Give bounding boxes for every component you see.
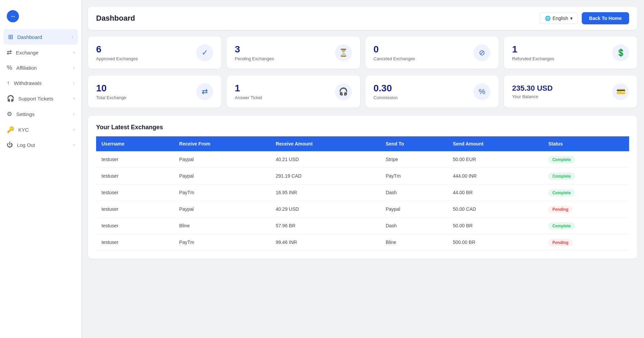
stat-number-r2-0: 10 — [96, 83, 126, 94]
lang-label: English — [553, 16, 568, 21]
cell-r0-c3: Stripe — [380, 151, 447, 168]
table-section: Your Latest Exchanges UsernameReceive Fr… — [88, 116, 637, 259]
nav-label-dashboard: ⊞ Dashboard — [8, 33, 42, 41]
nav-text-settings: Settings — [16, 111, 35, 117]
status-badge: Pending — [548, 239, 572, 246]
sidebar: ↔ ⊞ Dashboard › ⇄ Exchange › % Affiliati… — [0, 0, 81, 338]
table-body: testuserPaypal40.21 USDStripe50.00 EURCo… — [96, 151, 629, 251]
cell-r1-c2: 291.19 CAD — [270, 168, 380, 184]
chevron-support-tickets: › — [73, 96, 74, 101]
chevron-withdrawals: › — [73, 81, 74, 86]
cell-r1-c4: 444.00 INR — [447, 168, 543, 184]
stat-number-3: 1 — [512, 44, 554, 55]
cell-r4-c4: 50.00 BR — [447, 218, 543, 234]
status-cell-r1: Complete — [543, 168, 629, 184]
stat-card-r2-1: 1 Answer Ticket 🎧 — [227, 75, 360, 108]
page-title: Dashboard — [96, 14, 135, 23]
stat-number-r2-3: 235.30 USD — [512, 84, 553, 93]
nav-text-exchange: Exchange — [16, 50, 39, 55]
stat-card-r2-0: 10 Total Exchange ⇄ — [88, 75, 221, 108]
cell-r2-c0: testuser — [96, 184, 174, 201]
stat-card-1: 3 Pending Exchanges ⏳ — [227, 37, 360, 69]
cell-r4-c0: testuser — [96, 218, 174, 234]
nav-label-withdrawals: ↑ Withdrawals — [7, 80, 42, 87]
cell-r0-c4: 50.00 EUR — [447, 151, 543, 168]
chevron-kyc: › — [73, 127, 74, 132]
table-row: testuserPaypal40.21 USDStripe50.00 EURCo… — [96, 151, 629, 168]
cell-r2-c3: Dash — [380, 184, 447, 201]
stat-left-2: 0 Canceled Exchanges — [374, 44, 415, 61]
header-right: 🌐 English ▾ Back To Home — [540, 12, 629, 24]
back-to-home-button[interactable]: Back To Home — [582, 12, 629, 24]
status-badge: Complete — [548, 156, 575, 163]
sidebar-item-support-tickets[interactable]: 🎧 Support Tickets › — [0, 91, 81, 106]
stat-number-1: 3 — [235, 44, 274, 55]
sidebar-item-affiliation[interactable]: % Affiliation › — [0, 60, 81, 75]
cell-r5-c4: 500.00 BR — [447, 234, 543, 251]
stat-card-3: 1 Refunded Exchanges 💲 — [504, 37, 637, 69]
kyc-icon: 🔑 — [7, 126, 14, 133]
cell-r3-c4: 50.00 CAD — [447, 201, 543, 218]
main-content: Dashboard 🌐 English ▾ Back To Home 6 App… — [81, 0, 644, 338]
status-cell-r4: Complete — [543, 218, 629, 234]
sidebar-item-settings[interactable]: ⚙ Settings › — [0, 106, 81, 122]
sidebar-item-logout[interactable]: ⏻ Log Out › — [0, 137, 81, 153]
stat-left-0: 6 Approved Exchanges — [96, 44, 138, 61]
cell-r3-c1: Paypal — [174, 201, 270, 218]
col-header-username: Username — [96, 136, 174, 151]
sidebar-nav: ⊞ Dashboard › ⇄ Exchange › % Affiliation… — [0, 29, 81, 153]
nav-text-dashboard: Dashboard — [17, 34, 42, 40]
sidebar-item-exchange[interactable]: ⇄ Exchange › — [0, 45, 81, 60]
status-badge: Complete — [548, 222, 575, 230]
nav-text-logout: Log Out — [17, 142, 35, 148]
nav-text-support-tickets: Support Tickets — [18, 96, 53, 102]
withdrawals-icon: ↑ — [7, 80, 10, 87]
col-header-send-to: Send To — [380, 136, 447, 151]
cell-r1-c1: Paypal — [174, 168, 270, 184]
stats-row-2: 10 Total Exchange ⇄ 1 Answer Ticket 🎧 0.… — [88, 75, 637, 108]
table-row: testuserPayTm16.95 INRDash44.00 BRComple… — [96, 184, 629, 201]
dashboard-icon: ⊞ — [8, 33, 13, 41]
nav-label-settings: ⚙ Settings — [7, 110, 35, 118]
nav-label-logout: ⏻ Log Out — [7, 141, 35, 149]
table-row: testuserPayTm99.46 INRBline500.00 BRPend… — [96, 234, 629, 251]
affiliation-icon: % — [7, 64, 12, 71]
nav-text-kyc: KYC — [18, 127, 29, 133]
header: Dashboard 🌐 English ▾ Back To Home — [88, 7, 637, 30]
chevron-down-icon: ▾ — [570, 16, 573, 21]
stat-label-r2-0: Total Exchange — [96, 95, 126, 100]
col-header-status: Status — [543, 136, 629, 151]
cell-r5-c3: Bline — [380, 234, 447, 251]
chevron-affiliation: › — [73, 66, 74, 70]
chevron-logout: › — [73, 143, 74, 148]
cell-r1-c0: testuser — [96, 168, 174, 184]
exchange-icon: ⇄ — [7, 49, 12, 56]
sidebar-item-kyc[interactable]: 🔑 KYC › — [0, 122, 81, 137]
stat-label-r2-1: Answer Ticket — [235, 95, 262, 100]
status-badge: Complete — [548, 173, 575, 180]
stats-row-1: 6 Approved Exchanges ✓ 3 Pending Exchang… — [88, 37, 637, 69]
chevron-settings: › — [73, 112, 74, 116]
cell-r3-c3: Paypal — [380, 201, 447, 218]
globe-icon: 🌐 — [545, 16, 551, 21]
nav-label-exchange: ⇄ Exchange — [7, 49, 39, 56]
stat-icon-0: ✓ — [196, 44, 213, 61]
language-button[interactable]: 🌐 English ▾ — [540, 13, 578, 24]
sidebar-item-dashboard[interactable]: ⊞ Dashboard › — [3, 29, 78, 45]
table-row: testuserBline57.96 BRDash50.00 BRComplet… — [96, 218, 629, 234]
cell-r4-c2: 57.96 BR — [270, 218, 380, 234]
stat-icon-1: ⏳ — [335, 44, 352, 61]
stat-label-1: Pending Exchanges — [235, 56, 274, 61]
stat-label-r2-3: Your Balance — [512, 94, 553, 99]
table-row: testuserPaypal40.29 USDPaypal50.00 CADPe… — [96, 201, 629, 218]
stat-icon-r2-3: 💳 — [612, 83, 629, 100]
cell-r4-c3: Dash — [380, 218, 447, 234]
stat-left-r2-2: 0.30 Commission — [374, 83, 398, 100]
cell-r0-c2: 40.21 USD — [270, 151, 380, 168]
table-title: Your Latest Exchanges — [96, 124, 629, 131]
status-cell-r2: Complete — [543, 184, 629, 201]
stat-card-2: 0 Canceled Exchanges ⊘ — [365, 37, 499, 69]
table-row: testuserPaypal291.19 CADPayTm444.00 INRC… — [96, 168, 629, 184]
col-header-send-amount: Send Amount — [447, 136, 543, 151]
sidebar-item-withdrawals[interactable]: ↑ Withdrawals › — [0, 75, 81, 91]
